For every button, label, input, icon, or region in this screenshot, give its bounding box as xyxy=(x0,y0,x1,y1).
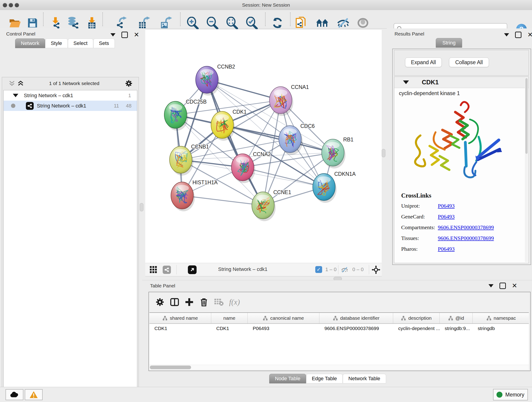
column-header-shared-name[interactable]: shared name xyxy=(149,313,211,323)
hide-selected-icon[interactable] xyxy=(337,17,350,29)
tab-node-table[interactable]: Node Table xyxy=(269,374,306,383)
import-table-icon[interactable] xyxy=(85,17,98,29)
results-scrollbar[interactable] xyxy=(525,77,528,262)
collapse-all-networks-icon[interactable] xyxy=(9,80,15,86)
pharos-link[interactable]: P06493 xyxy=(438,246,455,252)
network-node-CCNB2[interactable]: CCNB2 xyxy=(196,64,235,96)
zoom-fit-icon[interactable] xyxy=(225,17,238,29)
collapse-all-button[interactable]: Collapse All xyxy=(449,57,489,67)
network-node-RB1[interactable]: RB1 xyxy=(322,137,354,168)
hidden-eye-icon[interactable] xyxy=(341,267,348,273)
table-cell[interactable]: cyclin-dependent ... xyxy=(393,326,440,331)
network-collection-row[interactable]: String Network – cdk1 1 xyxy=(4,90,137,101)
collapse-gene-icon[interactable] xyxy=(403,80,409,84)
genecard-link[interactable]: P06493 xyxy=(438,214,455,220)
table-options-gear-icon[interactable] xyxy=(155,298,165,307)
tree-expand-icon[interactable] xyxy=(13,94,18,97)
export-image-icon[interactable] xyxy=(159,17,172,29)
network-node-CCNA1[interactable]: CCNA1 xyxy=(269,84,309,116)
tab-network-table[interactable]: Network Table xyxy=(343,374,386,383)
network-selection-status: 1 of 1 Network selected xyxy=(24,81,125,86)
table-cell[interactable]: stringdb xyxy=(473,326,529,331)
float-panel-icon[interactable] xyxy=(121,32,128,38)
selected-checkbox-icon[interactable]: ✓ xyxy=(315,266,322,273)
table-row[interactable]: CDK1CDK1P064939606.ENSP00000378699cyclin… xyxy=(149,324,529,333)
import-network-database-icon[interactable] xyxy=(67,17,80,29)
detach-view-icon[interactable] xyxy=(188,265,196,274)
export-network-icon[interactable] xyxy=(115,17,128,29)
table-cell[interactable]: 9606.ENSP00000378699 xyxy=(319,326,393,331)
window-minimize-button[interactable] xyxy=(9,3,13,7)
tab-style[interactable]: Style xyxy=(45,38,68,48)
tab-edge-table[interactable]: Edge Table xyxy=(306,374,343,383)
create-column-icon[interactable] xyxy=(185,298,194,307)
close-panel-icon[interactable]: ✕ xyxy=(527,32,532,37)
network-graph[interactable]: CCNB2CCNA1CDC25BCDK1CDC6RB1CCNB1CCNA2CDK… xyxy=(145,30,382,263)
column-header-canonical-name[interactable]: canonical name xyxy=(248,313,319,323)
node-table-container: f(x) shared namenamecanonical namedataba… xyxy=(148,292,531,371)
table-cell[interactable]: CDK1 xyxy=(149,326,211,331)
network-node-HIST1H1A[interactable]: HIST1H1A xyxy=(171,179,218,211)
collapse-panel-icon[interactable] xyxy=(110,33,115,36)
network-node-CDKN1A[interactable]: CDKN1A xyxy=(313,171,356,203)
expand-all-networks-icon[interactable] xyxy=(18,80,24,86)
string-view-icon[interactable] xyxy=(163,266,171,274)
shared-column-icon xyxy=(333,316,338,321)
memory-button[interactable]: Memory xyxy=(493,389,528,400)
tissues-link[interactable]: 9606.ENSP00000378699 xyxy=(438,235,494,241)
network-label: String Network – cdk1 xyxy=(37,103,114,109)
open-session-icon[interactable] xyxy=(8,17,21,29)
cloud-status-button[interactable] xyxy=(6,389,23,400)
export-table-icon[interactable] xyxy=(138,17,151,29)
float-panel-icon[interactable] xyxy=(500,283,506,289)
network-node-CCNE1[interactable]: CCNE1 xyxy=(252,189,291,221)
import-string-file-icon[interactable] xyxy=(295,17,308,29)
network-node-CCNA2[interactable]: CCNA2 xyxy=(231,151,271,183)
zoom-out-icon[interactable] xyxy=(206,17,219,29)
toolbar-separator xyxy=(180,12,181,26)
float-panel-icon[interactable] xyxy=(515,32,521,38)
save-session-icon[interactable] xyxy=(26,17,39,29)
memory-status-dot xyxy=(496,392,502,398)
column-header--id[interactable]: @id xyxy=(440,313,473,323)
table-cell[interactable]: stringdb:9... xyxy=(440,326,473,331)
close-panel-icon[interactable]: ✕ xyxy=(134,32,139,37)
shared-column-icon xyxy=(401,316,406,321)
collapse-panel-icon[interactable] xyxy=(504,33,509,36)
network-canvas[interactable]: CCNB2CCNA1CDC25BCDK1CDC6RB1CCNB1CCNA2CDK… xyxy=(145,30,382,263)
network-options-gear-icon[interactable] xyxy=(125,80,133,87)
table-cell[interactable]: CDK1 xyxy=(211,326,248,331)
compartments-link[interactable]: 9606.ENSP00000378699 xyxy=(438,224,494,230)
tab-select[interactable]: Select xyxy=(68,38,93,48)
tab-network[interactable]: Network xyxy=(15,38,45,48)
table-horizontal-scrollbar[interactable] xyxy=(149,365,529,370)
delete-column-icon[interactable] xyxy=(199,298,209,307)
collapse-panel-icon[interactable] xyxy=(488,284,494,287)
string-home-icon[interactable] xyxy=(316,17,329,29)
window-close-button[interactable] xyxy=(3,3,7,7)
network-row[interactable]: String Network – cdk1 11 48 xyxy=(4,101,137,111)
birdseye-view-icon[interactable] xyxy=(150,266,157,274)
apply-layout-icon[interactable] xyxy=(271,17,284,29)
zoom-in-icon[interactable] xyxy=(186,17,199,29)
uniprot-link[interactable]: P06493 xyxy=(438,203,455,209)
results-tab-string[interactable]: String xyxy=(436,38,462,48)
network-node-label: CCNE1 xyxy=(273,189,291,195)
pan-crosshair-icon[interactable] xyxy=(372,265,380,274)
column-header-description[interactable]: description xyxy=(393,313,440,323)
column-header-database-identifier[interactable]: database identifier xyxy=(319,313,393,323)
crosslink-row: GeneCard:P06493 xyxy=(401,214,529,220)
import-network-file-icon[interactable] xyxy=(49,17,62,29)
show-columns-icon[interactable] xyxy=(170,298,179,307)
zoom-selected-icon[interactable] xyxy=(245,17,258,29)
column-header-namespac[interactable]: namespac xyxy=(473,313,529,323)
warning-status-button[interactable] xyxy=(25,389,43,400)
close-panel-icon[interactable]: ✕ xyxy=(512,283,517,288)
expand-all-button[interactable]: Expand All xyxy=(405,57,442,67)
window-zoom-button[interactable] xyxy=(15,3,19,7)
column-header-name[interactable]: name xyxy=(211,313,248,323)
left-splitter-handle[interactable] xyxy=(140,203,143,211)
table-cell[interactable]: P06493 xyxy=(248,326,319,331)
tab-sets[interactable]: Sets xyxy=(93,38,115,48)
right-splitter-handle[interactable] xyxy=(382,149,385,157)
